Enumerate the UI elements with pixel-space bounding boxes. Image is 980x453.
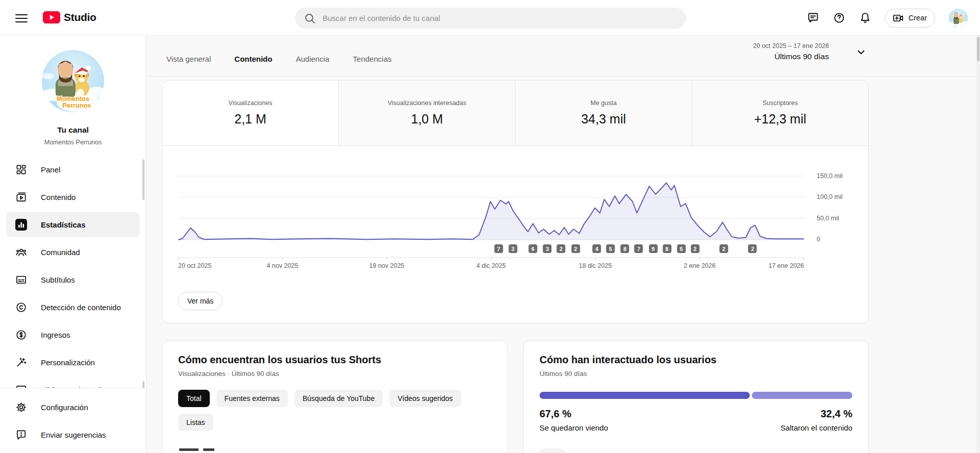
video-count-badge[interactable]: 6 (529, 244, 537, 253)
chip-label: Vídeos sugeridos (398, 394, 453, 402)
metric-visualizaciones-interesadas[interactable]: Visualizaciones interesadas 1,0 M (338, 81, 515, 145)
y-axis-label: 100,0 mil (817, 193, 843, 200)
video-count-badge[interactable]: 7 (634, 244, 643, 253)
tab-contenido[interactable]: Contenido (234, 42, 272, 76)
metric-me-gusta[interactable]: Me gusta 34,3 mil (515, 81, 692, 145)
video-count-badge[interactable]: 8 (621, 244, 629, 253)
video-count-badge[interactable]: 7 (494, 244, 503, 253)
account-avatar-image (949, 9, 968, 28)
search-input[interactable] (323, 14, 686, 22)
page-scrollbar[interactable] (976, 36, 980, 453)
metric-label: Visualizaciones interesadas (387, 99, 466, 107)
x-axis-label: 2 ene 2026 (683, 262, 716, 269)
chip-total[interactable]: Total (178, 390, 210, 407)
metric-value: 1,0 M (411, 112, 443, 127)
search-icon (304, 12, 316, 24)
x-axis-label: 4 dic 2025 (476, 262, 506, 269)
video-count-badge[interactable]: 2 (571, 244, 580, 253)
topbar: Studio Crear (0, 0, 980, 36)
sidebar-item-personalizacion[interactable]: Personalización (0, 348, 146, 376)
hamburger-menu-icon[interactable] (15, 12, 28, 24)
sidebar-item-enviar-sugerencias[interactable]: Enviar sugerencias (0, 421, 146, 448)
chip-fuentes-externas[interactable]: Fuentes externas (216, 390, 288, 407)
video-count-badge[interactable]: 4 (593, 244, 601, 253)
x-axis-label: 19 nov 2025 (369, 262, 404, 269)
sidebar-item-contenido[interactable]: Contenido (0, 183, 146, 211)
sidebar-item-label: Contenido (41, 193, 76, 202)
video-count-badge[interactable]: 2 (748, 244, 757, 253)
search-bar[interactable] (295, 8, 686, 29)
sidebar-scrollbar[interactable] (142, 159, 144, 200)
sidebar-item-subtitulos[interactable]: Subtítulos (0, 266, 146, 293)
notifications-bell-icon[interactable] (859, 12, 871, 24)
video-count-badge[interactable]: 5 (677, 244, 685, 253)
create-button-label: Crear (909, 14, 927, 22)
sidebar-item-comunidad[interactable]: Comunidad (0, 238, 146, 266)
tab-tendencias[interactable]: Tendencias (353, 42, 391, 76)
video-count-badge[interactable]: 8 (663, 244, 671, 253)
page-scrollbar-thumb[interactable] (977, 37, 979, 61)
tab-vista-general[interactable]: Vista general (166, 42, 211, 76)
help-icon[interactable] (833, 12, 845, 24)
metric-suscriptores[interactable]: Suscriptores +12,3 mil (692, 81, 868, 145)
youtube-studio-logo[interactable]: Studio (43, 11, 96, 23)
video-markers-row: 7363224587985222 (178, 244, 804, 254)
tab-label: Contenido (234, 55, 272, 63)
sidebar-item-ingresos[interactable]: Ingresos (0, 321, 146, 348)
avatar-text-line2: Perrunos (62, 102, 91, 109)
skipped-percentage: 32,4 % (821, 408, 852, 420)
ver-mas-label: Ver más (187, 297, 213, 305)
stayed-label: Se quedaron viendo (540, 423, 608, 432)
sidebar-item-label: Comunidad (41, 248, 80, 257)
video-count-badge[interactable]: 5 (606, 244, 615, 253)
chevron-down-icon[interactable] (854, 45, 868, 59)
channel-title: Tu canal (0, 125, 146, 135)
x-axis-label: 18 dic 2025 (579, 262, 612, 269)
ver-mas-button[interactable]: Ver más (178, 292, 223, 310)
sidebar-item-label: Estadísticas (41, 220, 86, 229)
settings-icon (15, 401, 27, 413)
chip-busqueda-youtube[interactable]: Búsqueda de YouTube (295, 390, 383, 407)
video-count-badge[interactable]: 2 (720, 244, 728, 253)
sidebar: Momentos Perrunos Tu canal Momentos Perr… (0, 36, 146, 453)
create-button[interactable]: Crear (885, 9, 935, 28)
sidebar-item-panel[interactable]: Panel (0, 156, 146, 183)
y-axis-label: 50,0 mil (817, 215, 839, 222)
sidebar-item-biblioteca-audio[interactable]: Biblioteca de audio (0, 376, 146, 389)
date-range-text: 20 oct 2025 – 17 ene 2026 (753, 42, 829, 49)
tab-audiencia[interactable]: Audiencia (296, 42, 329, 76)
card-subtitle: Últimos 90 días (540, 370, 852, 377)
sidebar-item-deteccion[interactable]: Detección de contenido (0, 293, 146, 321)
x-axis-label: 20 oct 2025 (178, 262, 211, 269)
skipped-label: Saltaron el contenido (780, 423, 852, 432)
comments-icon[interactable] (807, 12, 819, 24)
chip-videos-sugeridos[interactable]: Vídeos sugeridos (389, 390, 461, 407)
metric-visualizaciones[interactable]: Visualizaciones 2,1 M (162, 81, 338, 145)
logo-wordmark: Studio (64, 11, 96, 23)
video-count-badge[interactable]: 3 (543, 244, 552, 253)
channel-name: Momentos Perrunos (0, 139, 146, 146)
clipped-button[interactable] (537, 448, 567, 453)
stayed-bar (540, 392, 750, 399)
x-axis-label: 4 nov 2025 (266, 262, 298, 269)
chip-listas[interactable]: Listas (178, 414, 213, 431)
video-count-badge[interactable]: 2 (691, 244, 699, 253)
views-chart (178, 169, 804, 243)
video-count-badge[interactable]: 3 (508, 244, 517, 253)
engagement-bar (540, 392, 852, 399)
main-content: Vista general Contenido Audiencia Tenden… (147, 36, 980, 453)
sidebar-item-estadisticas[interactable]: Estadísticas (0, 211, 146, 238)
account-avatar[interactable] (949, 9, 968, 28)
sidebar-item-label: Ingresos (41, 331, 70, 339)
video-count-badge[interactable]: 9 (649, 244, 657, 253)
subtitles-icon (15, 274, 27, 286)
video-count-badge[interactable]: 2 (557, 244, 566, 253)
metric-value: 2,1 M (234, 112, 266, 127)
tab-label: Vista general (166, 55, 211, 63)
metric-label: Visualizaciones (229, 99, 273, 107)
channel-avatar-image: Momentos Perrunos (42, 50, 104, 112)
engagement-card: Cómo han interactuado los usuarios Últim… (523, 340, 869, 453)
date-range-selector[interactable]: 20 oct 2025 – 17 ene 2026 Últimos 90 día… (753, 42, 868, 61)
channel-avatar[interactable]: Momentos Perrunos (42, 50, 104, 112)
sidebar-item-configuracion[interactable]: Configuración (0, 393, 146, 421)
